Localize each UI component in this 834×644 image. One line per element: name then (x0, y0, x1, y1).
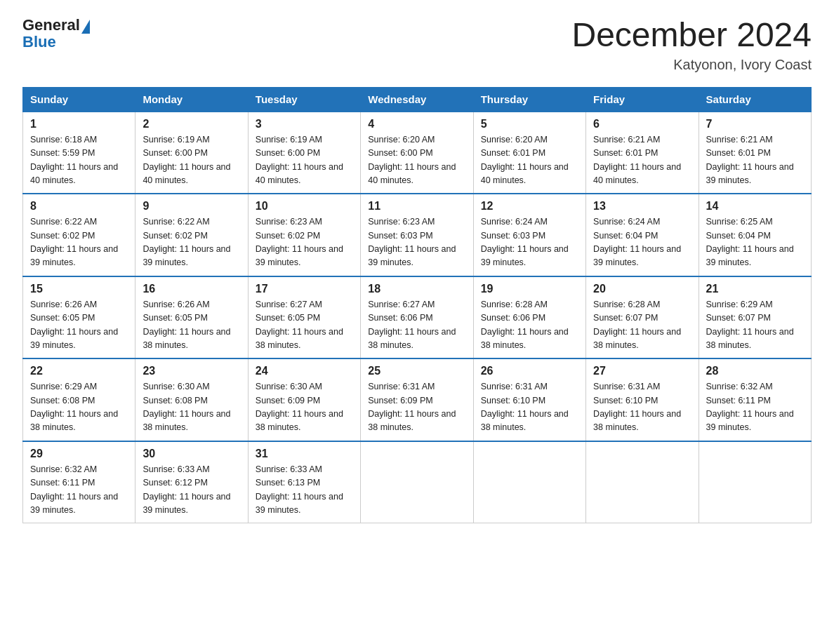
day-number: 26 (481, 365, 578, 377)
day-number: 25 (368, 365, 465, 377)
calendar-cell: 23 Sunrise: 6:30 AMSunset: 6:08 PMDaylig… (135, 358, 248, 441)
header-friday: Friday (586, 87, 699, 112)
day-info: Sunrise: 6:32 AMSunset: 6:11 PMDaylight:… (706, 382, 794, 432)
header-saturday: Saturday (699, 87, 811, 112)
calendar-cell: 3 Sunrise: 6:19 AMSunset: 6:00 PMDayligh… (248, 112, 360, 194)
calendar-cell: 12 Sunrise: 6:24 AMSunset: 6:03 PMDaylig… (473, 194, 585, 276)
day-number: 15 (30, 283, 128, 295)
header-wednesday: Wednesday (361, 87, 473, 112)
week-row-5: 29 Sunrise: 6:32 AMSunset: 6:11 PMDaylig… (23, 441, 812, 523)
day-info: Sunrise: 6:29 AMSunset: 6:08 PMDaylight:… (30, 382, 118, 432)
week-row-1: 1 Sunrise: 6:18 AMSunset: 5:59 PMDayligh… (23, 112, 812, 194)
day-number: 9 (143, 200, 240, 213)
day-info: Sunrise: 6:24 AMSunset: 6:03 PMDaylight:… (481, 217, 569, 267)
day-number: 11 (368, 200, 465, 213)
day-number: 18 (368, 283, 465, 295)
logo-triangle-icon (81, 20, 90, 34)
calendar-cell: 29 Sunrise: 6:32 AMSunset: 6:11 PMDaylig… (23, 441, 135, 523)
calendar-cell: 24 Sunrise: 6:30 AMSunset: 6:09 PMDaylig… (248, 358, 360, 441)
calendar-table: Sunday Monday Tuesday Wednesday Thursday… (22, 87, 812, 524)
calendar-cell: 15 Sunrise: 6:26 AMSunset: 6:05 PMDaylig… (23, 276, 135, 359)
day-number: 7 (706, 118, 804, 130)
day-info: Sunrise: 6:26 AMSunset: 6:05 PMDaylight:… (143, 300, 230, 350)
day-number: 16 (143, 283, 240, 295)
calendar-cell: 22 Sunrise: 6:29 AMSunset: 6:08 PMDaylig… (23, 358, 135, 441)
day-info: Sunrise: 6:28 AMSunset: 6:06 PMDaylight:… (481, 300, 569, 350)
calendar-cell (473, 441, 585, 523)
day-number: 4 (368, 118, 465, 130)
day-number: 31 (256, 448, 353, 460)
day-info: Sunrise: 6:30 AMSunset: 6:08 PMDaylight:… (143, 382, 230, 432)
day-info: Sunrise: 6:33 AMSunset: 6:13 PMDaylight:… (256, 464, 343, 515)
day-number: 1 (30, 118, 128, 130)
day-info: Sunrise: 6:33 AMSunset: 6:12 PMDaylight:… (143, 464, 230, 515)
calendar-cell: 14 Sunrise: 6:25 AMSunset: 6:04 PMDaylig… (699, 194, 811, 276)
day-number: 24 (256, 365, 353, 377)
day-info: Sunrise: 6:23 AMSunset: 6:02 PMDaylight:… (256, 217, 343, 267)
calendar-cell: 8 Sunrise: 6:22 AMSunset: 6:02 PMDayligh… (23, 194, 135, 276)
calendar-cell: 18 Sunrise: 6:27 AMSunset: 6:06 PMDaylig… (361, 276, 473, 359)
day-info: Sunrise: 6:29 AMSunset: 6:07 PMDaylight:… (706, 300, 794, 350)
day-info: Sunrise: 6:22 AMSunset: 6:02 PMDaylight:… (30, 217, 118, 267)
day-number: 28 (706, 365, 804, 377)
day-info: Sunrise: 6:23 AMSunset: 6:03 PMDaylight:… (368, 217, 456, 267)
week-row-4: 22 Sunrise: 6:29 AMSunset: 6:08 PMDaylig… (23, 358, 812, 441)
day-number: 12 (481, 200, 578, 213)
day-info: Sunrise: 6:31 AMSunset: 6:09 PMDaylight:… (368, 382, 456, 432)
calendar-cell (361, 441, 473, 523)
calendar-cell: 20 Sunrise: 6:28 AMSunset: 6:07 PMDaylig… (586, 276, 699, 359)
calendar-cell: 19 Sunrise: 6:28 AMSunset: 6:06 PMDaylig… (473, 276, 585, 359)
day-info: Sunrise: 6:21 AMSunset: 6:01 PMDaylight:… (706, 135, 794, 185)
calendar-cell: 7 Sunrise: 6:21 AMSunset: 6:01 PMDayligh… (699, 112, 811, 194)
day-number: 21 (706, 283, 804, 295)
calendar-cell (699, 441, 811, 523)
day-number: 23 (143, 365, 240, 377)
day-number: 6 (593, 118, 691, 130)
day-info: Sunrise: 6:19 AMSunset: 6:00 PMDaylight:… (256, 135, 343, 185)
weekday-header-row: Sunday Monday Tuesday Wednesday Thursday… (23, 87, 812, 112)
calendar-cell: 11 Sunrise: 6:23 AMSunset: 6:03 PMDaylig… (361, 194, 473, 276)
logo: General Blue (22, 17, 90, 51)
calendar-cell: 27 Sunrise: 6:31 AMSunset: 6:10 PMDaylig… (586, 358, 699, 441)
week-row-3: 15 Sunrise: 6:26 AMSunset: 6:05 PMDaylig… (23, 276, 812, 359)
month-title: December 2024 (571, 17, 812, 54)
location-title: Katyonon, Ivory Coast (571, 57, 812, 73)
day-number: 10 (256, 200, 353, 213)
page-header: General Blue December 2024 Katyonon, Ivo… (22, 17, 812, 73)
day-number: 2 (143, 118, 240, 130)
day-info: Sunrise: 6:24 AMSunset: 6:04 PMDaylight:… (593, 217, 681, 267)
day-info: Sunrise: 6:30 AMSunset: 6:09 PMDaylight:… (256, 382, 343, 432)
day-info: Sunrise: 6:22 AMSunset: 6:02 PMDaylight:… (143, 217, 230, 267)
day-info: Sunrise: 6:18 AMSunset: 5:59 PMDaylight:… (30, 135, 118, 185)
day-info: Sunrise: 6:20 AMSunset: 6:00 PMDaylight:… (368, 135, 456, 185)
calendar-cell: 28 Sunrise: 6:32 AMSunset: 6:11 PMDaylig… (699, 358, 811, 441)
day-info: Sunrise: 6:31 AMSunset: 6:10 PMDaylight:… (481, 382, 569, 432)
calendar-cell: 5 Sunrise: 6:20 AMSunset: 6:01 PMDayligh… (473, 112, 585, 194)
calendar-cell: 16 Sunrise: 6:26 AMSunset: 6:05 PMDaylig… (135, 276, 248, 359)
calendar-cell: 17 Sunrise: 6:27 AMSunset: 6:05 PMDaylig… (248, 276, 360, 359)
day-info: Sunrise: 6:32 AMSunset: 6:11 PMDaylight:… (30, 464, 118, 515)
day-info: Sunrise: 6:20 AMSunset: 6:01 PMDaylight:… (481, 135, 569, 185)
day-info: Sunrise: 6:25 AMSunset: 6:04 PMDaylight:… (706, 217, 794, 267)
calendar-cell: 10 Sunrise: 6:23 AMSunset: 6:02 PMDaylig… (248, 194, 360, 276)
calendar-cell: 9 Sunrise: 6:22 AMSunset: 6:02 PMDayligh… (135, 194, 248, 276)
calendar-cell: 21 Sunrise: 6:29 AMSunset: 6:07 PMDaylig… (699, 276, 811, 359)
day-info: Sunrise: 6:21 AMSunset: 6:01 PMDaylight:… (593, 135, 681, 185)
day-number: 13 (593, 200, 691, 213)
calendar-cell: 4 Sunrise: 6:20 AMSunset: 6:00 PMDayligh… (361, 112, 473, 194)
day-info: Sunrise: 6:27 AMSunset: 6:05 PMDaylight:… (256, 300, 343, 350)
day-number: 29 (30, 448, 128, 460)
logo-blue-text: Blue (22, 33, 56, 51)
day-info: Sunrise: 6:28 AMSunset: 6:07 PMDaylight:… (593, 300, 681, 350)
week-row-2: 8 Sunrise: 6:22 AMSunset: 6:02 PMDayligh… (23, 194, 812, 276)
header-monday: Monday (135, 87, 248, 112)
day-number: 30 (143, 448, 240, 460)
day-number: 27 (593, 365, 691, 377)
day-number: 8 (30, 200, 128, 213)
day-number: 3 (256, 118, 353, 130)
day-number: 5 (481, 118, 578, 130)
day-number: 20 (593, 283, 691, 295)
calendar-cell: 31 Sunrise: 6:33 AMSunset: 6:13 PMDaylig… (248, 441, 360, 523)
header-sunday: Sunday (23, 87, 135, 112)
day-number: 19 (481, 283, 578, 295)
